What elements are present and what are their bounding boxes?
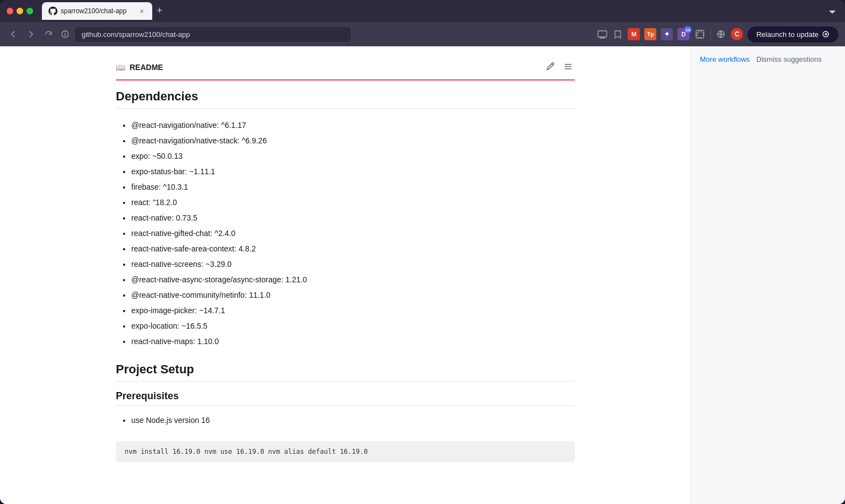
dependencies-list: @react-navigation/native: ^6.1.17 @react… — [116, 117, 575, 349]
ext-tp-icon[interactable]: Tp — [644, 28, 656, 40]
list-item: @react-navigation/native-stack: ^6.9.26 — [131, 133, 575, 148]
back-button[interactable] — [7, 28, 20, 41]
list-item: react-native-maps: 1.10.0 — [131, 334, 575, 349]
minimize-button[interactable] — [17, 8, 23, 14]
list-item: @react-navigation/native: ^6.1.17 — [131, 117, 575, 133]
forward-button[interactable] — [24, 28, 38, 41]
traffic-lights — [7, 8, 33, 14]
list-item: expo-image-picker: ~14.7.1 — [131, 303, 575, 318]
ext-puzzle-icon[interactable] — [694, 28, 706, 40]
tabs-dropdown-button[interactable] — [826, 6, 838, 20]
ext-wand-icon[interactable]: ✦ — [661, 28, 673, 40]
new-tab-button[interactable]: + — [154, 3, 165, 19]
code-block: nvm install 16.19.0 nvm use 16.19.0 nvm … — [116, 441, 575, 462]
relaunch-label: Relaunch to update — [756, 30, 819, 39]
user-avatar-icon[interactable]: C — [731, 28, 743, 40]
fullscreen-button[interactable] — [26, 8, 33, 14]
site-info-button[interactable] — [60, 29, 71, 40]
address-input[interactable] — [75, 27, 351, 42]
edit-readme-button[interactable] — [544, 60, 557, 75]
list-item: expo-status-bar: ~1.11.1 — [131, 164, 575, 179]
list-item: @react-native-community/netinfo: 11.1.0 — [131, 287, 575, 303]
discord-badge: 16 — [684, 26, 692, 34]
list-item: react-native: 0.73.5 — [131, 210, 575, 226]
dependencies-heading: Dependencies — [116, 89, 575, 109]
tab-bar-end — [826, 6, 838, 20]
project-setup-heading: Project Setup — [116, 362, 575, 382]
readme-book-icon: 📖 — [116, 63, 125, 72]
list-item: firebase: ^10.3.1 — [131, 179, 575, 195]
bookmark-icon[interactable] — [612, 29, 623, 40]
list-item: use Node.js version 16 — [131, 412, 575, 428]
ext-metamask-icon[interactable]: M — [628, 28, 640, 40]
relaunch-button[interactable]: Relaunch to update — [747, 26, 838, 42]
readme-title: README — [130, 63, 163, 72]
active-tab[interactable]: sparrow2100/chat-app ✕ — [42, 2, 152, 20]
prerequisites-list: use Node.js version 16 — [116, 412, 575, 428]
list-item: @react-native-async-storage/async-storag… — [131, 272, 575, 287]
list-item: react-native-gifted-chat: ^2.4.0 — [131, 226, 575, 241]
svg-rect-2 — [696, 30, 704, 38]
list-item: react: "18.2.0 — [131, 195, 575, 210]
svg-rect-1 — [598, 31, 607, 37]
list-item: expo-location: ~16.5.5 — [131, 318, 575, 334]
tab-close-button[interactable]: ✕ — [138, 7, 146, 15]
sidebar-links: More workflows Dismiss suggestions — [700, 55, 836, 63]
prerequisites-heading: Prerequisites — [116, 390, 575, 406]
readme-header-left: 📖 README — [116, 63, 163, 72]
readme-header: 📖 README — [116, 55, 575, 81]
reload-button[interactable] — [42, 28, 55, 41]
screen-cast-icon[interactable] — [597, 29, 608, 40]
list-item: expo: ~50.0.13 — [131, 148, 575, 164]
more-workflows-link[interactable]: More workflows — [700, 55, 750, 63]
right-sidebar: More workflows Dismiss suggestions — [691, 46, 845, 504]
main-area[interactable]: 📖 README — [0, 46, 691, 504]
toolbar-right: M Tp ✦ D 16 C Relaunch — [597, 26, 838, 42]
readme-actions — [544, 60, 575, 75]
toc-button[interactable] — [561, 60, 575, 75]
list-item: react-native-safe-area-context: 4.8.2 — [131, 241, 575, 256]
github-icon — [49, 7, 57, 15]
address-bar: M Tp ✦ D 16 C Relaunch — [0, 22, 845, 46]
ext-discord-icon[interactable]: D 16 — [677, 28, 689, 40]
tab-title: sparrow2100/chat-app — [61, 7, 135, 15]
vpn-icon[interactable] — [715, 29, 726, 40]
readme-content: Dependencies @react-navigation/native: ^… — [116, 89, 575, 462]
dismiss-suggestions-link[interactable]: Dismiss suggestions — [756, 55, 822, 63]
close-button[interactable] — [7, 8, 13, 14]
toolbar-separator — [710, 29, 711, 40]
tab-bar: sparrow2100/chat-app ✕ + — [42, 2, 838, 20]
list-item: react-native-screens: ~3.29.0 — [131, 256, 575, 272]
readme-container: 📖 README — [103, 46, 588, 471]
page-content: 📖 README — [0, 46, 845, 504]
title-bar: sparrow2100/chat-app ✕ + — [0, 0, 845, 22]
browser-window: sparrow2100/chat-app ✕ + — [0, 0, 845, 504]
